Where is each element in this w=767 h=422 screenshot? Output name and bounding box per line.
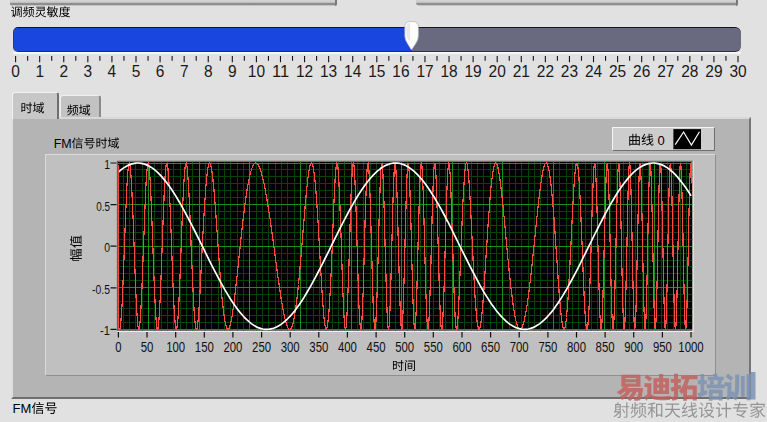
svg-text:18: 18 — [440, 63, 457, 80]
svg-text:16: 16 — [392, 63, 409, 80]
svg-text:-0.5: -0.5 — [92, 282, 110, 297]
svg-text:8: 8 — [204, 63, 213, 80]
svg-text:350: 350 — [309, 339, 328, 355]
svg-text:0: 0 — [658, 133, 665, 148]
svg-text:14: 14 — [344, 63, 361, 80]
svg-text:50: 50 — [141, 339, 154, 355]
svg-text:28: 28 — [681, 63, 698, 80]
svg-text:7: 7 — [180, 63, 189, 80]
svg-text:0.5: 0.5 — [96, 199, 110, 214]
svg-text:650: 650 — [481, 339, 500, 355]
svg-text:100: 100 — [166, 339, 185, 355]
svg-text:15: 15 — [368, 63, 385, 80]
svg-text:1: 1 — [104, 157, 110, 172]
svg-text:FM: FM — [13, 401, 32, 416]
svg-text:0: 0 — [11, 63, 20, 80]
svg-text:11: 11 — [272, 63, 289, 80]
svg-text:400: 400 — [338, 339, 357, 355]
svg-text:13: 13 — [320, 63, 337, 80]
svg-text:22: 22 — [537, 63, 554, 80]
svg-text:800: 800 — [567, 339, 586, 355]
svg-text:30: 30 — [729, 63, 746, 80]
svg-text:700: 700 — [510, 339, 529, 355]
svg-text:3: 3 — [84, 63, 93, 80]
svg-text:750: 750 — [538, 339, 557, 355]
svg-text:550: 550 — [424, 339, 443, 355]
svg-text:1000: 1000 — [678, 339, 703, 355]
svg-text:600: 600 — [453, 339, 472, 355]
svg-text:500: 500 — [395, 339, 414, 355]
svg-text:-1: -1 — [100, 323, 110, 338]
svg-text:0: 0 — [115, 339, 121, 355]
svg-text:17: 17 — [416, 63, 433, 80]
svg-text:19: 19 — [465, 63, 482, 80]
svg-text:10: 10 — [248, 63, 265, 80]
svg-text:200: 200 — [223, 339, 242, 355]
svg-text:150: 150 — [195, 339, 214, 355]
svg-text:9: 9 — [228, 63, 237, 80]
svg-text:24: 24 — [585, 63, 602, 80]
svg-text:20: 20 — [489, 63, 506, 80]
svg-text:5: 5 — [132, 63, 141, 80]
svg-text:27: 27 — [657, 63, 674, 80]
svg-text:850: 850 — [596, 339, 615, 355]
svg-text:1: 1 — [35, 63, 44, 80]
svg-text:12: 12 — [296, 63, 313, 80]
svg-text:4: 4 — [108, 63, 117, 80]
svg-text:0: 0 — [104, 240, 110, 255]
svg-text:25: 25 — [609, 63, 626, 80]
svg-text:29: 29 — [705, 63, 722, 80]
svg-text:21: 21 — [513, 63, 530, 80]
svg-text:250: 250 — [252, 339, 271, 355]
svg-text:950: 950 — [653, 339, 672, 355]
svg-text:6: 6 — [156, 63, 165, 80]
svg-text:26: 26 — [633, 63, 650, 80]
svg-text:FM: FM — [54, 137, 72, 151]
svg-text:23: 23 — [561, 63, 578, 80]
svg-text:900: 900 — [624, 339, 643, 355]
svg-text:300: 300 — [281, 339, 300, 355]
svg-text:450: 450 — [367, 339, 386, 355]
svg-text:2: 2 — [60, 63, 69, 80]
